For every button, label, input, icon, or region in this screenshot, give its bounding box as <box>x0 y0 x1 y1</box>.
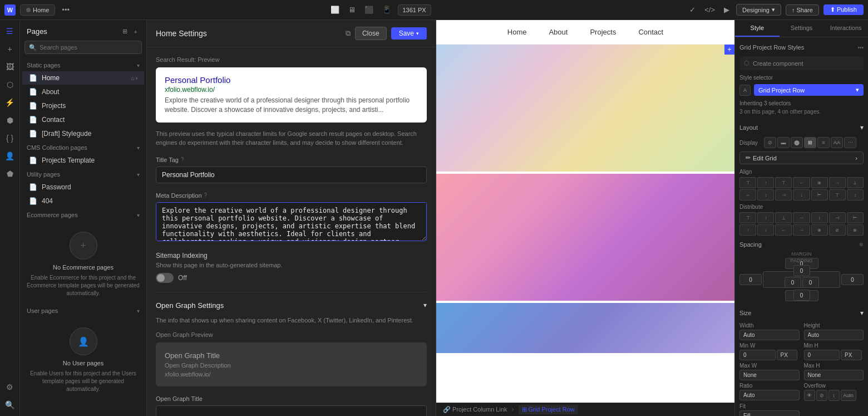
align-end-center[interactable]: ↓ <box>793 189 810 200</box>
page-item-contact[interactable]: 📄 Contact <box>22 113 144 126</box>
max-w-input[interactable] <box>739 370 800 380</box>
sidebar-cms-icon[interactable]: ⬢ <box>3 114 17 127</box>
dist-btn-13[interactable]: ⊘ <box>829 224 846 236</box>
sidebar-settings-icon[interactable]: ⚙ <box>3 380 17 394</box>
tablet-icon[interactable]: ⬛ <box>362 3 376 16</box>
align-middle-right[interactable]: → <box>829 177 846 188</box>
align-stretch-h[interactable]: ↔ <box>739 189 756 200</box>
sidebar-add-icon[interactable]: + <box>3 42 17 56</box>
page-item-projects-template[interactable]: 📄 Projects Template <box>22 154 144 167</box>
sidebar-components-icon[interactable]: ⬡ <box>3 78 17 91</box>
share-button[interactable]: ↑ Share <box>786 4 819 16</box>
align-top-left[interactable]: ⊤ <box>739 177 756 188</box>
sidebar-ecommerce-icon[interactable]: { } <box>3 131 17 145</box>
meta-desc-info-icon[interactable]: ? <box>204 192 208 198</box>
min-h-input[interactable] <box>804 350 840 360</box>
align-end-right[interactable]: ⊢ <box>811 189 828 200</box>
sidebar-assets-icon[interactable]: 🖼 <box>3 60 17 74</box>
home-tab[interactable]: Home <box>20 4 55 16</box>
sidebar-search-icon[interactable]: 🔍 <box>3 398 17 412</box>
width-input[interactable] <box>739 330 800 340</box>
align-middle-center[interactable]: ⊕ <box>811 177 828 188</box>
display-inline-block-btn[interactable]: ⬤ <box>791 137 803 148</box>
sidebar-pages-icon[interactable]: ☰ <box>3 25 17 38</box>
min-w-input[interactable] <box>739 350 776 360</box>
align-stretch-v[interactable]: ↕ <box>757 189 774 200</box>
margin-right-input[interactable] <box>841 274 864 285</box>
copy-button[interactable]: ⧉ <box>346 29 351 38</box>
page-item-home[interactable]: 📄 Home ⌂ › <box>22 71 144 85</box>
padding-bottom-input[interactable] <box>793 290 810 301</box>
ratio-input[interactable] <box>739 390 800 400</box>
dist-btn-2[interactable]: ↑ <box>757 212 774 223</box>
mobile-icon[interactable]: 📱 <box>380 3 393 16</box>
dist-btn-12[interactable]: ⊕ <box>811 224 828 236</box>
preview-icon[interactable]: ▶ <box>722 3 732 16</box>
min-w-unit[interactable] <box>777 350 798 360</box>
nav-home[interactable]: Home <box>507 28 527 36</box>
align-bottom[interactable]: ⊥ <box>847 177 864 188</box>
og-header[interactable]: Open Graph Settings ▾ <box>156 301 427 310</box>
sidebar-interactions-icon[interactable]: ⚡ <box>3 96 17 109</box>
margin-left-input[interactable] <box>739 274 762 285</box>
page-item-password[interactable]: 📄 Password <box>22 180 144 194</box>
selector-dropdown[interactable]: Grid Project Row ▾ <box>754 84 864 96</box>
save-button[interactable]: Save ▾ <box>391 27 427 40</box>
align-top-center[interactable]: ↑ <box>757 177 774 188</box>
pages-add-icon[interactable]: + <box>132 26 140 37</box>
min-h-unit[interactable] <box>841 350 862 360</box>
title-tag-input[interactable] <box>156 167 427 183</box>
title-tag-info-icon[interactable]: ? <box>181 156 184 163</box>
dist-btn-7[interactable]: ⊢ <box>847 212 864 223</box>
display-more-btn[interactable]: ⋯ <box>844 137 856 148</box>
og-title-input[interactable] <box>156 405 427 416</box>
display-none-btn[interactable]: ⊘ <box>764 137 776 148</box>
sidebar-users-icon[interactable]: 👤 <box>3 149 17 163</box>
height-input[interactable] <box>804 330 864 340</box>
close-button[interactable]: Close <box>355 27 387 40</box>
page-item-404[interactable]: 📄 404 <box>22 194 144 208</box>
display-aa-btn[interactable]: AA <box>831 137 843 148</box>
display-flex-btn[interactable]: ≡ <box>817 137 830 148</box>
code-icon[interactable]: </> <box>702 3 717 16</box>
display-block-btn[interactable]: ▬ <box>777 137 790 148</box>
sitemap-toggle[interactable] <box>156 273 174 283</box>
dist-btn-3[interactable]: ⊥ <box>775 212 792 223</box>
grid-styles-more[interactable]: ••• <box>857 45 864 51</box>
fit-input[interactable] <box>739 410 800 416</box>
dist-btn-14[interactable]: ⊗ <box>847 224 864 236</box>
overflow-visible-icon[interactable]: 👁 <box>804 390 815 401</box>
padding-left-input[interactable] <box>785 277 801 288</box>
edit-grid-button[interactable]: ✏ Edit Grid › <box>739 151 864 164</box>
design-mode-button[interactable]: Designing ▾ <box>736 4 781 16</box>
nav-about[interactable]: About <box>549 28 568 36</box>
publish-button[interactable]: ⬆ Publish <box>823 4 864 15</box>
page-item-projects[interactable]: 📄 Projects <box>22 99 144 112</box>
meta-desc-textarea[interactable]: Explore the creative world of a professi… <box>156 202 427 241</box>
dist-btn-11[interactable]: → <box>793 224 810 236</box>
tab-style[interactable]: Style <box>735 20 780 37</box>
nav-projects[interactable]: Projects <box>590 28 616 36</box>
align-middle-left[interactable]: ← <box>793 177 810 188</box>
sidebar-logic-icon[interactable]: ⬟ <box>3 167 17 180</box>
overflow-auto-label[interactable]: Auto <box>841 390 856 401</box>
tab-settings[interactable]: Settings <box>780 20 824 37</box>
dist-btn-4[interactable]: ↔ <box>793 212 810 223</box>
max-h-input[interactable] <box>804 370 864 380</box>
more-button[interactable]: ••• <box>60 3 72 16</box>
dist-btn-5[interactable]: ↕ <box>811 212 828 223</box>
align-extra-2[interactable]: ↕ <box>847 189 864 200</box>
pages-sort-icon[interactable]: ⊞ <box>120 26 130 37</box>
check-icon[interactable]: ✓ <box>687 3 698 16</box>
padding-top-input[interactable] <box>793 265 810 276</box>
resize-icon[interactable]: ⬜ <box>328 3 342 16</box>
padding-right-input[interactable] <box>802 277 819 288</box>
align-extra-1[interactable]: ⊤ <box>829 189 846 200</box>
desktop-icon[interactable]: 🖥 <box>346 3 358 16</box>
align-end-left[interactable]: ⊣ <box>775 189 792 200</box>
dist-btn-6[interactable]: ⊣ <box>829 212 846 223</box>
dist-btn-10[interactable]: ← <box>775 224 792 236</box>
breadcrumb-project-column-link[interactable]: 🔗 Project Column Link <box>443 406 507 413</box>
dist-btn-9[interactable]: ↓ <box>757 224 774 236</box>
overflow-hidden-icon[interactable]: ⊘ <box>816 390 827 401</box>
